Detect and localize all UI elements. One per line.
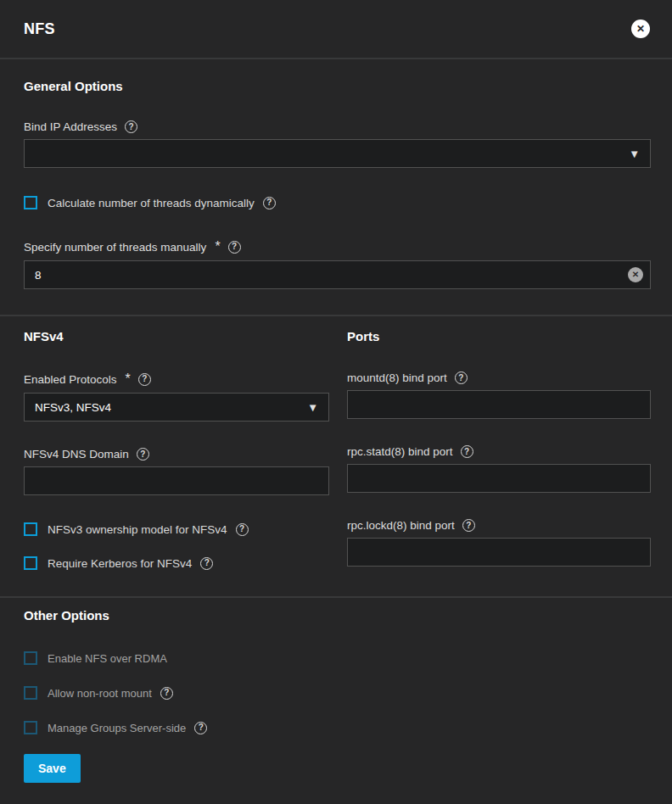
enabled-protocols-value: NFSv3, NFSv4 (35, 401, 111, 414)
help-icon[interactable]: ? (462, 519, 475, 532)
dns-domain-input[interactable] (24, 466, 329, 495)
enabled-protocols-label: Enabled Protocols (24, 373, 117, 386)
enabled-protocols-field: Enabled Protocols * ? NFSv3, NFSv4 ▼ (24, 371, 329, 422)
general-options-heading: General Options (24, 79, 651, 93)
mountd-port-label: mountd(8) bind port (347, 371, 447, 384)
require-kerberos-row: Require Kerberos for NFSv4 ? (24, 556, 329, 570)
required-marker: * (126, 371, 131, 387)
help-icon[interactable]: ? (194, 722, 207, 734)
nonroot-mount-checkbox[interactable] (24, 686, 37, 700)
rdma-label: Enable NFS over RDMA (48, 652, 167, 665)
help-icon[interactable]: ? (236, 523, 249, 536)
lockd-port-label: rpc.lockd(8) bind port (347, 519, 455, 532)
require-kerberos-label: Require Kerberos for NFSv4 (48, 557, 192, 570)
threads-manual-field: Specify number of threads manually * ? ✕ (24, 239, 651, 289)
ownership-model-label: NFSv3 ownership model for NFSv4 (48, 523, 227, 536)
help-icon[interactable]: ? (228, 241, 241, 254)
calculate-threads-label: Calculate number of threads dynamically (48, 197, 255, 209)
manage-groups-checkbox[interactable] (24, 721, 37, 734)
dialog-title: NFS (24, 20, 55, 38)
bind-ip-field: Bind IP Addresses ? ▼ (24, 120, 651, 168)
enabled-protocols-select[interactable]: NFSv3, NFSv4 ▼ (24, 393, 329, 422)
calculate-threads-row: Calculate number of threads dynamically … (24, 196, 651, 209)
bind-ip-select[interactable]: ▼ (24, 139, 651, 168)
help-icon[interactable]: ? (200, 557, 213, 570)
threads-manual-input[interactable] (24, 260, 651, 289)
help-icon[interactable]: ? (455, 371, 468, 384)
ports-column: Ports mountd(8) bind port ? rpc.statd(8)… (347, 329, 651, 570)
dialog-header: NFS ✕ (0, 0, 672, 58)
nfsv4-heading: NFSv4 (24, 329, 329, 343)
dns-domain-label: NFSv4 DNS Domain (24, 448, 129, 461)
chevron-down-icon: ▼ (629, 148, 640, 160)
required-marker: * (215, 239, 220, 254)
ownership-model-row: NFSv3 ownership model for NFSv4 ? (24, 522, 329, 536)
clear-icon[interactable]: ✕ (628, 267, 643, 282)
chevron-down-icon: ▼ (307, 401, 318, 414)
help-icon[interactable]: ? (137, 448, 149, 461)
calculate-threads-checkbox[interactable] (24, 196, 37, 209)
dns-domain-field: NFSv4 DNS Domain ? (24, 448, 329, 495)
statd-port-field: rpc.statd(8) bind port ? (347, 445, 651, 493)
mountd-port-input[interactable] (347, 390, 651, 419)
ports-heading: Ports (347, 329, 651, 343)
nonroot-mount-label: Allow non-root mount (48, 687, 152, 700)
section-nfsv4-ports: NFSv4 Enabled Protocols * ? NFSv3, NFSv4… (0, 316, 672, 596)
manage-groups-label: Manage Groups Server-side (48, 722, 186, 734)
rdma-checkbox[interactable] (24, 651, 37, 665)
lockd-port-input[interactable] (347, 538, 651, 567)
require-kerberos-checkbox[interactable] (24, 556, 37, 570)
nfs-dialog: NFS ✕ General Options Bind IP Addresses … (0, 0, 672, 804)
other-options-heading: Other Options (24, 608, 651, 623)
save-button[interactable]: Save (24, 754, 81, 783)
statd-port-input[interactable] (347, 464, 651, 493)
mountd-port-field: mountd(8) bind port ? (347, 371, 651, 419)
section-other-options: Other Options Enable NFS over RDMA Allow… (0, 598, 672, 804)
nonroot-mount-row: Allow non-root mount ? (24, 686, 651, 700)
help-icon[interactable]: ? (125, 120, 137, 133)
rdma-row: Enable NFS over RDMA (24, 651, 651, 665)
manage-groups-row: Manage Groups Server-side ? (24, 721, 651, 734)
bind-ip-label: Bind IP Addresses (24, 120, 117, 133)
lockd-port-field: rpc.lockd(8) bind port ? (347, 519, 651, 567)
close-icon[interactable]: ✕ (631, 20, 650, 38)
help-icon[interactable]: ? (138, 373, 151, 386)
ownership-model-checkbox[interactable] (24, 522, 37, 536)
threads-manual-label: Specify number of threads manually (24, 241, 206, 254)
statd-port-label: rpc.statd(8) bind port (347, 445, 453, 458)
section-general-options: General Options Bind IP Addresses ? ▼ Ca… (0, 59, 672, 315)
help-icon[interactable]: ? (263, 197, 276, 209)
help-icon[interactable]: ? (461, 445, 473, 458)
help-icon[interactable]: ? (160, 687, 173, 700)
nfsv4-column: NFSv4 Enabled Protocols * ? NFSv3, NFSv4… (24, 329, 329, 570)
